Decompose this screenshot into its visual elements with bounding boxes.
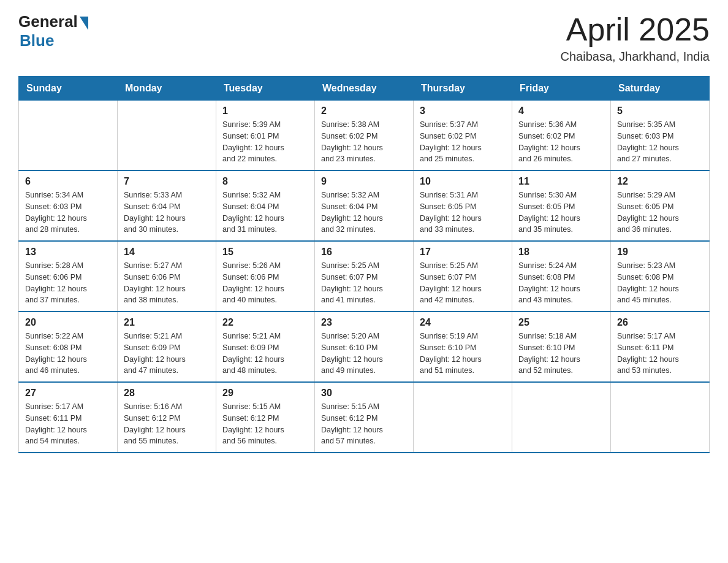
calendar-cell: 1Sunrise: 5:39 AM Sunset: 6:01 PM Daylig… (216, 101, 315, 171)
day-number: 29 (222, 388, 308, 399)
day-number: 6 (25, 176, 111, 187)
weekday-header-saturday: Saturday (611, 77, 710, 101)
day-info: Sunrise: 5:33 AM Sunset: 6:04 PM Dayligh… (124, 190, 210, 236)
calendar-cell: 28Sunrise: 5:16 AM Sunset: 6:12 PM Dayli… (118, 382, 216, 453)
calendar-header-row: SundayMondayTuesdayWednesdayThursdayFrid… (19, 77, 710, 101)
calendar-cell: 8Sunrise: 5:32 AM Sunset: 6:04 PM Daylig… (216, 170, 315, 241)
calendar-cell: 25Sunrise: 5:18 AM Sunset: 6:10 PM Dayli… (512, 312, 611, 382)
day-number: 13 (25, 247, 111, 258)
day-number: 22 (222, 317, 308, 328)
day-number: 26 (617, 317, 703, 328)
day-info: Sunrise: 5:27 AM Sunset: 6:06 PM Dayligh… (124, 260, 210, 306)
calendar-cell: 3Sunrise: 5:37 AM Sunset: 6:02 PM Daylig… (414, 101, 512, 171)
logo-general-text: General (18, 12, 78, 31)
calendar-cell: 5Sunrise: 5:35 AM Sunset: 6:03 PM Daylig… (611, 101, 710, 171)
calendar-cell: 14Sunrise: 5:27 AM Sunset: 6:06 PM Dayli… (118, 241, 216, 312)
day-info: Sunrise: 5:23 AM Sunset: 6:08 PM Dayligh… (617, 260, 703, 306)
day-info: Sunrise: 5:37 AM Sunset: 6:02 PM Dayligh… (420, 119, 506, 165)
day-number: 15 (222, 247, 308, 258)
calendar-week-row: 27Sunrise: 5:17 AM Sunset: 6:11 PM Dayli… (19, 382, 710, 453)
location-subtitle: Chaibasa, Jharkhand, India (561, 50, 710, 64)
calendar-cell: 13Sunrise: 5:28 AM Sunset: 6:06 PM Dayli… (19, 241, 118, 312)
calendar-cell: 17Sunrise: 5:25 AM Sunset: 6:07 PM Dayli… (414, 241, 512, 312)
day-info: Sunrise: 5:20 AM Sunset: 6:10 PM Dayligh… (321, 331, 407, 377)
calendar-cell (512, 382, 611, 453)
day-number: 25 (518, 317, 604, 328)
day-number: 8 (222, 176, 308, 187)
day-info: Sunrise: 5:21 AM Sunset: 6:09 PM Dayligh… (222, 331, 308, 377)
logo: General Blue (18, 12, 88, 50)
calendar-cell: 6Sunrise: 5:34 AM Sunset: 6:03 PM Daylig… (19, 170, 118, 241)
day-info: Sunrise: 5:31 AM Sunset: 6:05 PM Dayligh… (420, 190, 506, 236)
day-info: Sunrise: 5:32 AM Sunset: 6:04 PM Dayligh… (222, 190, 308, 236)
calendar-cell (414, 382, 512, 453)
calendar-cell: 10Sunrise: 5:31 AM Sunset: 6:05 PM Dayli… (414, 170, 512, 241)
day-info: Sunrise: 5:34 AM Sunset: 6:03 PM Dayligh… (25, 190, 111, 236)
day-info: Sunrise: 5:21 AM Sunset: 6:09 PM Dayligh… (124, 331, 210, 377)
day-number: 1 (222, 105, 308, 117)
day-number: 27 (25, 388, 111, 399)
calendar-cell (611, 382, 710, 453)
day-number: 23 (321, 317, 407, 328)
day-number: 14 (124, 247, 210, 258)
day-info: Sunrise: 5:35 AM Sunset: 6:03 PM Dayligh… (617, 119, 703, 165)
weekday-header-tuesday: Tuesday (216, 77, 315, 101)
day-number: 3 (420, 105, 506, 117)
calendar-cell: 30Sunrise: 5:15 AM Sunset: 6:12 PM Dayli… (315, 382, 414, 453)
calendar-cell: 21Sunrise: 5:21 AM Sunset: 6:09 PM Dayli… (118, 312, 216, 382)
calendar-cell: 11Sunrise: 5:30 AM Sunset: 6:05 PM Dayli… (512, 170, 611, 241)
calendar-cell: 4Sunrise: 5:36 AM Sunset: 6:02 PM Daylig… (512, 101, 611, 171)
day-info: Sunrise: 5:15 AM Sunset: 6:12 PM Dayligh… (222, 401, 308, 447)
day-info: Sunrise: 5:30 AM Sunset: 6:05 PM Dayligh… (518, 190, 604, 236)
day-info: Sunrise: 5:26 AM Sunset: 6:06 PM Dayligh… (222, 260, 308, 306)
calendar-cell (19, 101, 118, 171)
calendar-week-row: 13Sunrise: 5:28 AM Sunset: 6:06 PM Dayli… (19, 241, 710, 312)
day-number: 9 (321, 176, 407, 187)
day-number: 16 (321, 247, 407, 258)
day-number: 19 (617, 247, 703, 258)
title-block: April 2025 Chaibasa, Jharkhand, India (561, 12, 710, 64)
calendar-cell: 23Sunrise: 5:20 AM Sunset: 6:10 PM Dayli… (315, 312, 414, 382)
calendar-cell: 24Sunrise: 5:19 AM Sunset: 6:10 PM Dayli… (414, 312, 512, 382)
logo-triangle-icon (80, 17, 88, 30)
day-info: Sunrise: 5:36 AM Sunset: 6:02 PM Dayligh… (518, 119, 604, 165)
day-info: Sunrise: 5:24 AM Sunset: 6:08 PM Dayligh… (518, 260, 604, 306)
calendar-cell: 26Sunrise: 5:17 AM Sunset: 6:11 PM Dayli… (611, 312, 710, 382)
month-year-title: April 2025 (561, 12, 710, 47)
calendar-week-row: 20Sunrise: 5:22 AM Sunset: 6:08 PM Dayli… (19, 312, 710, 382)
calendar-cell: 18Sunrise: 5:24 AM Sunset: 6:08 PM Dayli… (512, 241, 611, 312)
weekday-header-thursday: Thursday (414, 77, 512, 101)
day-number: 4 (518, 105, 604, 117)
calendar-cell: 29Sunrise: 5:15 AM Sunset: 6:12 PM Dayli… (216, 382, 315, 453)
day-number: 28 (124, 388, 210, 399)
day-number: 20 (25, 317, 111, 328)
weekday-header-sunday: Sunday (19, 77, 118, 101)
day-info: Sunrise: 5:32 AM Sunset: 6:04 PM Dayligh… (321, 190, 407, 236)
calendar-cell: 15Sunrise: 5:26 AM Sunset: 6:06 PM Dayli… (216, 241, 315, 312)
calendar-cell: 19Sunrise: 5:23 AM Sunset: 6:08 PM Dayli… (611, 241, 710, 312)
day-number: 21 (124, 317, 210, 328)
day-number: 24 (420, 317, 506, 328)
calendar-cell: 22Sunrise: 5:21 AM Sunset: 6:09 PM Dayli… (216, 312, 315, 382)
logo-blue-text: Blue (20, 31, 54, 50)
day-info: Sunrise: 5:17 AM Sunset: 6:11 PM Dayligh… (617, 331, 703, 377)
day-info: Sunrise: 5:19 AM Sunset: 6:10 PM Dayligh… (420, 331, 506, 377)
day-number: 17 (420, 247, 506, 258)
calendar-cell: 12Sunrise: 5:29 AM Sunset: 6:05 PM Dayli… (611, 170, 710, 241)
day-info: Sunrise: 5:16 AM Sunset: 6:12 PM Dayligh… (124, 401, 210, 447)
day-info: Sunrise: 5:17 AM Sunset: 6:11 PM Dayligh… (25, 401, 111, 447)
day-number: 7 (124, 176, 210, 187)
day-info: Sunrise: 5:28 AM Sunset: 6:06 PM Dayligh… (25, 260, 111, 306)
day-info: Sunrise: 5:38 AM Sunset: 6:02 PM Dayligh… (321, 119, 407, 165)
day-number: 30 (321, 388, 407, 399)
calendar-cell: 16Sunrise: 5:25 AM Sunset: 6:07 PM Dayli… (315, 241, 414, 312)
calendar-cell: 27Sunrise: 5:17 AM Sunset: 6:11 PM Dayli… (19, 382, 118, 453)
day-info: Sunrise: 5:22 AM Sunset: 6:08 PM Dayligh… (25, 331, 111, 377)
calendar-cell (118, 101, 216, 171)
calendar-week-row: 1Sunrise: 5:39 AM Sunset: 6:01 PM Daylig… (19, 101, 710, 171)
day-info: Sunrise: 5:25 AM Sunset: 6:07 PM Dayligh… (321, 260, 407, 306)
day-number: 12 (617, 176, 703, 187)
calendar-cell: 7Sunrise: 5:33 AM Sunset: 6:04 PM Daylig… (118, 170, 216, 241)
calendar-table: SundayMondayTuesdayWednesdayThursdayFrid… (18, 76, 710, 453)
calendar-cell: 9Sunrise: 5:32 AM Sunset: 6:04 PM Daylig… (315, 170, 414, 241)
